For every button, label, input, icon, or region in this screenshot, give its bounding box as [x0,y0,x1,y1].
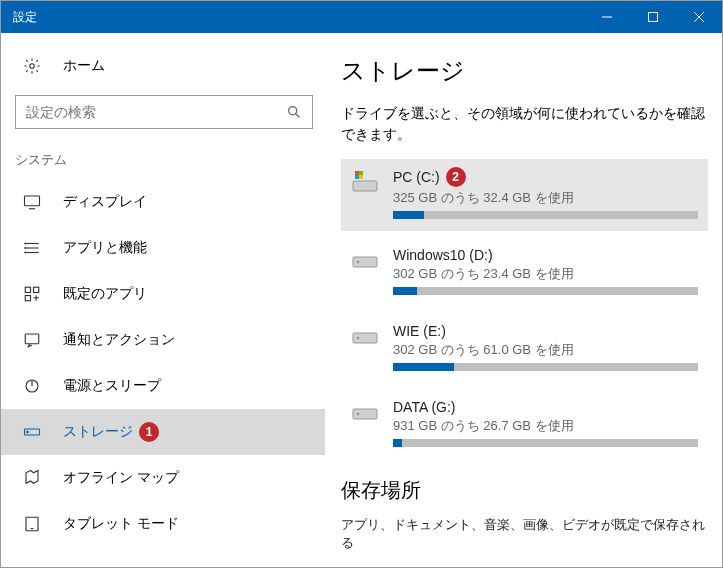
drive-usage-bar [393,439,698,447]
notifications-icon [23,331,41,349]
svg-rect-32 [359,175,363,179]
drive-usage-bar [393,363,698,371]
svg-line-6 [296,114,300,118]
annotation-badge-2: 2 [446,167,466,187]
drive-icon [347,323,383,371]
drive-name: WIE (E:) [393,323,698,339]
svg-point-24 [27,431,29,433]
sidebar: ホーム システム ディスプレイアプリと機能既定のアプリ通知とアクション電源とスリ… [1,33,325,568]
sidebar-item-notifications[interactable]: 通知とアクション [1,317,325,363]
svg-point-5 [289,107,297,115]
svg-rect-16 [34,287,39,292]
svg-rect-15 [25,287,30,292]
sidebar-item-tablet[interactable]: タブレット モード [1,501,325,547]
drive-name: Windows10 (D:) [393,247,698,263]
sidebar-item-label: タブレット モード [63,515,179,533]
drive-usage-bar [393,211,698,219]
svg-rect-29 [355,171,359,175]
defaults-icon [23,285,41,303]
svg-rect-20 [25,334,39,344]
sidebar-item-label: 既定のアプリ [63,285,147,303]
apps-icon [23,239,41,257]
drive-usage-text: 302 GB のうち 61.0 GB を使用 [393,341,698,359]
svg-rect-30 [359,171,363,175]
svg-point-38 [357,413,359,415]
svg-point-12 [25,243,26,244]
sidebar-item-power[interactable]: 電源とスリープ [1,363,325,409]
gear-icon [23,57,41,75]
svg-rect-7 [25,196,40,206]
search-icon [286,104,302,120]
sidebar-item-label: アプリと機能 [63,239,147,257]
drive-icon [347,167,383,219]
drive-item[interactable]: WIE (E:)302 GB のうち 61.0 GB を使用 [341,315,708,383]
svg-rect-31 [355,175,359,179]
svg-point-14 [25,252,26,253]
sidebar-item-label: ディスプレイ [63,193,147,211]
drive-item[interactable]: PC (C:)2325 GB のうち 32.4 GB を使用 [341,159,708,231]
drive-item[interactable]: Windows10 (D:)302 GB のうち 23.4 GB を使用 [341,239,708,307]
search-field[interactable] [26,104,286,120]
drive-icon [347,399,383,447]
tablet-icon [23,515,41,533]
drive-item[interactable]: DATA (G:)931 GB のうち 26.7 GB を使用 [341,391,708,459]
page-description: ドライブを選ぶと、その領域が何に使われているかを確認できます。 [341,103,708,145]
drive-usage-text: 302 GB のうち 23.4 GB を使用 [393,265,698,283]
drive-usage-text: 325 GB のうち 32.4 GB を使用 [393,189,698,207]
svg-rect-35 [353,333,377,343]
sidebar-item-label: ストレージ [63,423,133,441]
svg-rect-17 [25,296,30,301]
storage-icon [23,423,41,441]
svg-point-13 [25,248,26,249]
search-input[interactable] [15,95,313,129]
titlebar: 設定 [1,1,722,33]
sidebar-item-label: 通知とアクション [63,331,175,349]
save-location-sub: アプリ、ドキュメント、音楽、画像、ビデオが既定で保存される [341,516,708,552]
main-panel: ストレージ ドライブを選ぶと、その領域が何に使われているかを確認できます。 PC… [325,33,722,568]
sidebar-item-label: オフライン マップ [63,469,179,487]
sidebar-item-label: 電源とスリープ [63,377,161,395]
save-location-heading: 保存場所 [341,477,708,504]
drive-name: PC (C:)2 [393,167,698,187]
sidebar-item-map[interactable]: オフライン マップ [1,455,325,501]
minimize-button[interactable] [584,1,630,33]
window-title: 設定 [1,9,584,26]
home-link[interactable]: ホーム [1,51,325,89]
sidebar-item-storage[interactable]: ストレージ1 [1,409,325,455]
sidebar-item-display[interactable]: ディスプレイ [1,179,325,225]
sidebar-item-defaults[interactable]: 既定のアプリ [1,271,325,317]
maximize-button[interactable] [630,1,676,33]
close-button[interactable] [676,1,722,33]
map-icon [23,469,41,487]
drive-usage-bar [393,287,698,295]
annotation-badge-1: 1 [139,422,159,442]
page-title: ストレージ [341,55,708,87]
svg-rect-1 [649,13,658,22]
svg-point-36 [357,337,359,339]
power-icon [23,377,41,395]
svg-point-34 [357,261,359,263]
display-icon [23,193,41,211]
drive-usage-text: 931 GB のうち 26.7 GB を使用 [393,417,698,435]
drive-icon [347,247,383,295]
category-label: システム [1,151,325,179]
svg-point-4 [30,64,35,69]
svg-rect-27 [353,181,377,191]
drive-name: DATA (G:) [393,399,698,415]
sidebar-item-apps[interactable]: アプリと機能 [1,225,325,271]
svg-rect-33 [353,257,377,267]
svg-rect-37 [353,409,377,419]
home-label: ホーム [63,57,105,75]
